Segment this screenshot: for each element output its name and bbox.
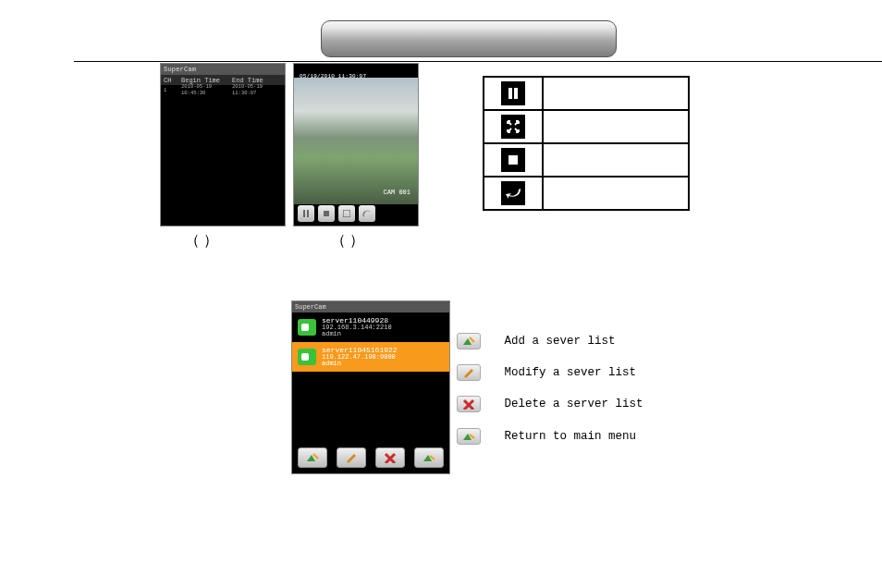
legend-modify: Modify a sever list <box>457 364 636 381</box>
camera-label: CAM 001 <box>384 189 410 196</box>
playback-screenshot: 05/19/2010 11:30:07 CAM 001 <box>294 64 418 226</box>
svg-rect-0 <box>303 210 305 217</box>
pause-icon <box>501 81 525 105</box>
back-icon <box>501 181 525 205</box>
divider <box>74 61 882 62</box>
camera-icon <box>298 349 316 365</box>
cell-ch: 1 <box>161 87 181 93</box>
add-button[interactable] <box>298 447 327 468</box>
legend-add-text: Add a sever list <box>505 335 616 348</box>
delete-button[interactable] <box>375 447 405 468</box>
server-user: admin <box>322 331 392 337</box>
server-row[interactable]: server110449928 192.168.3.144:2210 admin <box>292 312 449 342</box>
cell-end: 2010-05-19 11:30:07 <box>232 83 278 96</box>
playback-timestamp: 05/19/2010 11:30:07 <box>300 73 366 80</box>
camera-icon <box>298 319 316 336</box>
svg-rect-3 <box>343 210 350 217</box>
delete-icon <box>457 396 481 412</box>
legend-return: Return to main menu <box>457 428 636 445</box>
icon-legend-table <box>483 76 690 211</box>
header-button <box>321 20 617 57</box>
server-user: admin <box>322 361 398 367</box>
modify-icon <box>457 364 481 381</box>
back-button[interactable] <box>359 205 375 222</box>
stop-icon <box>501 148 525 172</box>
svg-rect-1 <box>307 210 309 217</box>
return-icon <box>457 428 481 445</box>
legend-return-text: Return to main menu <box>505 430 637 443</box>
fullscreen-desc <box>543 110 689 143</box>
modify-button[interactable] <box>337 447 366 468</box>
add-icon <box>457 333 481 349</box>
svg-rect-2 <box>324 211 329 216</box>
fullscreen-button[interactable] <box>338 205 355 222</box>
server-row-selected[interactable]: server11045161922 119.122.47.190:9000 ad… <box>292 342 449 372</box>
svg-rect-6 <box>508 155 518 165</box>
pause-desc <box>543 77 689 110</box>
pause-button[interactable] <box>298 205 314 222</box>
video-frame <box>294 71 418 204</box>
record-search-screenshot: SuperCam CH Begin Time End Time 1 2010-0… <box>161 64 285 226</box>
return-button[interactable] <box>414 447 444 468</box>
table-row[interactable]: 1 2010-05-19 10:45:30 2010-05-19 11:30:0… <box>161 85 285 94</box>
svg-rect-4 <box>508 88 512 99</box>
legend-add: Add a sever list <box>457 333 616 349</box>
col-ch: CH <box>161 77 181 84</box>
app-title: SuperCam <box>292 301 449 312</box>
stop-desc <box>543 143 689 177</box>
app-title: SuperCam <box>161 64 285 75</box>
stop-button[interactable] <box>318 205 335 222</box>
cell-begin: 2010-05-19 10:45:30 <box>181 83 232 96</box>
fullscreen-icon <box>501 115 525 139</box>
legend-delete: Delete a server list <box>457 396 643 412</box>
caption-b: （ ） <box>331 231 364 251</box>
caption-a: （ ） <box>185 231 218 251</box>
legend-delete-text: Delete a server list <box>505 398 643 410</box>
legend-modify-text: Modify a sever list <box>505 366 637 379</box>
back-desc <box>543 177 689 210</box>
server-list-screenshot: SuperCam server110449928 192.168.3.144:2… <box>292 301 449 473</box>
svg-rect-5 <box>514 88 518 99</box>
